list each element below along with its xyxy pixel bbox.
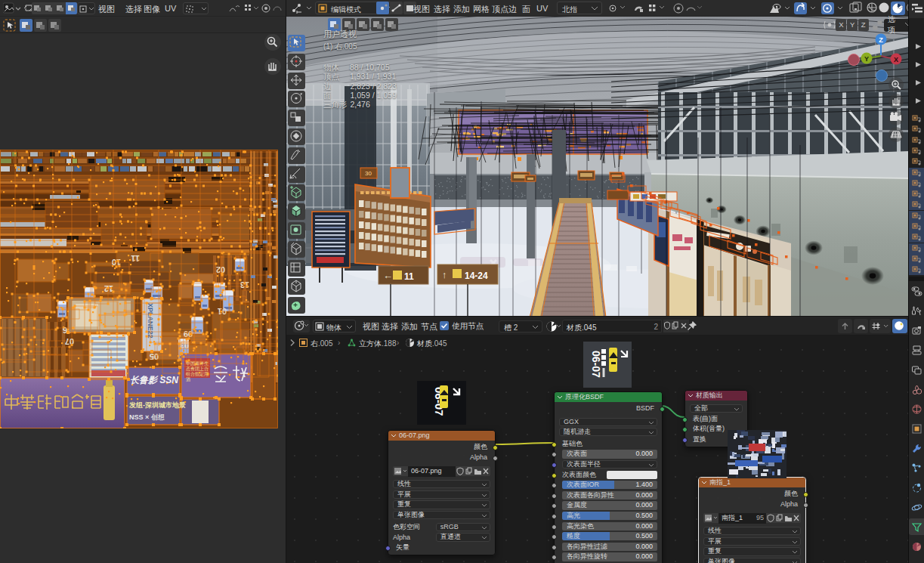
svg-text:11: 11 (404, 271, 414, 282)
svg-text:06-07: 06-07 (590, 351, 602, 378)
svg-text:←: ← (383, 270, 393, 281)
svg-text:Z: Z (879, 36, 883, 44)
svg-text:Y: Y (864, 55, 869, 63)
svg-text:↑: ↑ (442, 269, 447, 280)
svg-text:X: X (894, 56, 898, 63)
svg-text:30: 30 (365, 170, 372, 177)
svg-text:14-24: 14-24 (465, 271, 488, 281)
svg-text:11: 11 (131, 254, 140, 263)
